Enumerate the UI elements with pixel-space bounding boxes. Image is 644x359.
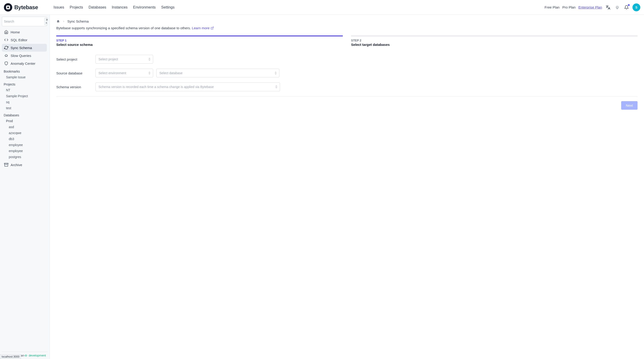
- turtle-icon: [4, 53, 8, 58]
- actions: Next: [56, 101, 638, 110]
- select-environment-placeholder: Select environment: [98, 71, 126, 75]
- topnav-environments[interactable]: Environments: [133, 5, 156, 9]
- search-input[interactable]: [4, 19, 44, 23]
- select-database-placeholder: Select database: [160, 71, 182, 75]
- breadcrumb: Sync Schema: [56, 19, 638, 23]
- plan-pro[interactable]: Pro Plan: [562, 5, 576, 9]
- project-item[interactable]: sq: [2, 99, 47, 105]
- svg-marker-6: [25, 355, 26, 356]
- shield-icon: [4, 61, 8, 65]
- select-schema-version[interactable]: Schema version is recorded each time a s…: [96, 82, 280, 91]
- step-1[interactable]: STEP 1 Select source schema: [56, 35, 343, 46]
- chevron-right-icon: [62, 20, 65, 23]
- select-database[interactable]: Select database: [156, 69, 279, 77]
- database-item[interactable]: db3: [2, 136, 47, 142]
- sidebar-section-projects: Projects: [2, 80, 47, 87]
- bytebase-logo-icon: [4, 3, 12, 12]
- learn-more-link[interactable]: Learn more: [192, 26, 214, 30]
- step-bar: [56, 35, 343, 36]
- project-item[interactable]: Sample Project: [2, 93, 47, 99]
- sidebar-item-sync-schema[interactable]: Sync Schema: [2, 44, 47, 52]
- database-item[interactable]: employee: [2, 142, 47, 148]
- label-select-project: Select project: [56, 57, 96, 61]
- sidebar-item-label: SQL Editor: [10, 38, 28, 42]
- sidebar-item-label: Anomaly Center: [10, 61, 36, 65]
- chevron-updown-icon: [275, 85, 278, 88]
- sidebar-item-sql-editor[interactable]: SQL Editor: [2, 36, 47, 44]
- topnav-databases[interactable]: Databases: [88, 5, 106, 9]
- label-source-database: Source database: [56, 71, 96, 75]
- sidebar-item-label: Sync Schema: [10, 46, 32, 50]
- step-num: STEP 2: [351, 39, 638, 42]
- select-project[interactable]: Select project: [96, 55, 153, 64]
- footer-dev-label: development: [29, 354, 46, 357]
- database-env[interactable]: Prod: [2, 118, 47, 124]
- sidebar-item-label: Archive: [10, 163, 22, 167]
- language-icon[interactable]: [605, 4, 611, 10]
- external-link-icon: [210, 26, 214, 30]
- description-text: Bytebase supports synchronizing a specif…: [56, 26, 191, 30]
- search-shortcut: ⌘ K: [44, 18, 48, 25]
- database-item[interactable]: postgres: [2, 154, 47, 160]
- sidebar-section-bookmarks: Bookmarks: [2, 67, 47, 74]
- svg-point-2: [7, 6, 9, 8]
- step-title: Select target databases: [351, 43, 638, 46]
- sidebar-item-anomaly-center[interactable]: Anomaly Center: [2, 59, 47, 67]
- database-item[interactable]: employee: [2, 148, 47, 154]
- bug-icon[interactable]: [614, 4, 620, 10]
- sidebar: ⌘ K Home SQL Editor Sync Schema Slow Que…: [0, 15, 50, 359]
- steps: STEP 1 Select source schema STEP 2 Selec…: [56, 35, 638, 46]
- avatar-initial: S: [635, 5, 637, 9]
- chevron-updown-icon: [148, 58, 151, 61]
- brand-name: Bytebase: [14, 4, 38, 10]
- row-schema-version: Schema version Schema version is recorde…: [56, 82, 638, 91]
- topnav: Issues Projects Databases Instances Envi…: [54, 5, 174, 9]
- step-num: STEP 1: [56, 39, 343, 42]
- database-item[interactable]: asd: [2, 124, 47, 130]
- learn-more-label: Learn more: [192, 26, 210, 30]
- topnav-projects[interactable]: Projects: [70, 5, 83, 9]
- code-icon: [4, 38, 8, 42]
- bell-icon[interactable]: [623, 4, 630, 10]
- row-source-database: Source database Select environment Selec…: [56, 69, 638, 77]
- project-item[interactable]: test: [2, 105, 47, 111]
- search-box[interactable]: ⌘ K: [2, 16, 47, 26]
- next-button[interactable]: Next: [621, 101, 638, 110]
- footer-dev: development: [25, 354, 46, 357]
- database-item[interactable]: azxcqwe: [2, 130, 47, 136]
- svg-rect-4: [4, 163, 8, 164]
- sidebar-section-databases: Databases: [2, 111, 47, 118]
- topnav-instances[interactable]: Instances: [112, 5, 128, 9]
- archive-icon: [4, 163, 8, 167]
- chevron-updown-icon: [274, 71, 277, 75]
- project-item[interactable]: NT: [2, 87, 47, 93]
- breadcrumb-home-icon[interactable]: [56, 19, 60, 23]
- sync-icon: [4, 46, 8, 50]
- main-content: Sync Schema Bytebase supports synchroniz…: [50, 15, 644, 359]
- step-bar: [351, 35, 638, 36]
- topnav-issues[interactable]: Issues: [54, 5, 64, 9]
- sidebar-item-label: Home: [10, 30, 20, 34]
- svg-line-7: [212, 27, 213, 28]
- topnav-settings[interactable]: Settings: [161, 5, 174, 9]
- select-project-placeholder: Select project: [98, 57, 118, 61]
- logo[interactable]: Bytebase: [4, 3, 38, 12]
- page-description: Bytebase supports synchronizing a specif…: [56, 26, 638, 30]
- sidebar-item-home[interactable]: Home: [2, 28, 47, 36]
- plan-free[interactable]: Free Plan: [544, 5, 560, 9]
- select-schema-version-placeholder: Schema version is recorded each time a s…: [98, 85, 214, 89]
- step-2[interactable]: STEP 2 Select target databases: [351, 35, 638, 46]
- home-icon: [4, 30, 8, 34]
- sidebar-item-label: Slow Queries: [10, 54, 31, 58]
- step-title: Select source schema: [56, 43, 343, 46]
- select-environment[interactable]: Select environment: [96, 69, 153, 77]
- notification-dot: [628, 4, 630, 6]
- breadcrumb-current: Sync Schema: [67, 19, 89, 23]
- bookmark-item[interactable]: Sample Issue: [2, 74, 47, 80]
- volume-icon: [25, 354, 28, 357]
- row-select-project: Select project Select project: [56, 55, 638, 64]
- sidebar-item-slow-queries[interactable]: Slow Queries: [2, 52, 47, 59]
- plan-enterprise[interactable]: Enterprise Plan: [578, 5, 602, 9]
- sidebar-item-archive[interactable]: Archive: [2, 161, 47, 169]
- avatar[interactable]: S: [632, 3, 640, 11]
